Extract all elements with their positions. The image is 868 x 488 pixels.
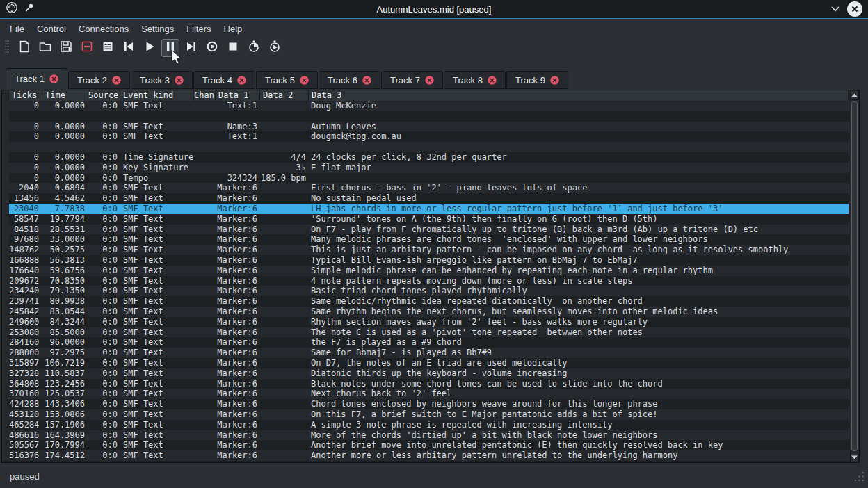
cell-source: 0:0 <box>88 296 120 307</box>
open-file-button[interactable] <box>36 39 54 57</box>
cell-source: 0:0 <box>88 379 120 389</box>
table-row[interactable]: 424288143.34060:0SMF TextMarker:6Chord t… <box>2 399 849 409</box>
record-button[interactable] <box>203 39 221 57</box>
cell-data-1: Marker:6 <box>216 266 260 276</box>
menu-connections[interactable]: Connections <box>72 22 135 36</box>
tab-close-icon[interactable] <box>300 76 309 85</box>
chevron-down-icon[interactable] <box>830 3 840 15</box>
tab-track-5[interactable]: Track 5 <box>256 71 318 89</box>
menu-help[interactable]: Help <box>218 22 249 36</box>
table-row[interactable]: 23974180.99380:0SMF TextMarker:6Same mel… <box>2 296 849 307</box>
column-header-data-1[interactable]: Data 1 <box>216 90 260 101</box>
tab-close-icon[interactable] <box>175 76 184 85</box>
skip-forward-button[interactable] <box>182 39 200 57</box>
cell-data-2 <box>260 234 309 245</box>
tab-close-icon[interactable] <box>425 76 434 85</box>
vertical-scrollbar[interactable] <box>849 90 859 462</box>
tab-close-icon[interactable] <box>49 74 58 83</box>
tab-track-8[interactable]: Track 8 <box>444 71 506 89</box>
table-row[interactable]: 00.00000:0Tempo324324185.0 bpm <box>2 173 849 184</box>
new-file-button[interactable] <box>15 39 33 57</box>
table-row[interactable]: 25308085.50000:0SMF TextMarker:6The note… <box>2 327 849 338</box>
menu-file[interactable]: File <box>3 22 31 36</box>
table-row[interactable]: 516376174.45120:0SMF TextMarker:6Another… <box>2 450 849 461</box>
tab-track-1[interactable]: Track 1 <box>6 68 67 89</box>
table-row[interactable]: 327328110.58370:0SMF TextMarker:6Diatoni… <box>2 368 849 379</box>
table-row[interactable]: 230407.78380:0SMF TextMarker:6LH jabs ch… <box>2 204 849 214</box>
scroll-down-button[interactable] <box>850 453 859 462</box>
skip-backward-button[interactable] <box>120 39 138 57</box>
window-close-button[interactable] <box>847 1 862 17</box>
column-header-data-3[interactable]: Data 3 <box>309 90 849 101</box>
table-row[interactable]: 00.00000:0SMF TextName:3Autumn Leaves <box>2 122 849 132</box>
table-row[interactable]: 00.00000:0SMF TextText:1dougmck@tpg.com.… <box>2 131 849 142</box>
tab-close-icon[interactable] <box>488 76 497 85</box>
table-row[interactable]: 14876250.25750:0SMF TextMarker:6This is … <box>2 245 849 255</box>
cell-source: 0:0 <box>88 173 120 184</box>
table-row[interactable]: 20400.68940:0SMF TextMarker:6First choru… <box>2 183 849 193</box>
table-row[interactable]: 16688856.38130:0SMF TextMarker:6Typical … <box>2 255 849 266</box>
scroll-up-button[interactable] <box>850 90 859 100</box>
tab-track-9[interactable]: Track 9 <box>506 71 568 89</box>
pin-icon[interactable] <box>24 3 34 15</box>
cell-data-2 <box>260 101 309 111</box>
column-header-event-kind[interactable]: Event kind <box>120 90 194 101</box>
scrollbar-thumb[interactable] <box>851 101 858 451</box>
play-button[interactable] <box>140 39 159 57</box>
column-header-ticks[interactable]: Ticks <box>9 90 42 101</box>
table-row[interactable]: 24584283.05440:0SMF TextMarker:6Same rhy… <box>2 307 849 317</box>
table-row[interactable]: 28800097.29750:0SMF TextMarker:6Same for… <box>2 348 849 358</box>
stop-button[interactable] <box>224 39 242 57</box>
tab-track-4[interactable]: Track 4 <box>193 71 255 89</box>
table-row[interactable]: 20967270.83500:0SMF TextMarker:64 note p… <box>2 276 849 286</box>
tab-track-7[interactable]: Track 7 <box>381 71 443 89</box>
table-row[interactable]: 8451828.55310:0SMF TextMarker:6On F7 - p… <box>2 225 849 235</box>
tab-close-icon[interactable] <box>362 76 371 85</box>
column-header-time[interactable]: Time <box>42 90 88 101</box>
table-row[interactable]: 453120153.08060:0SMF TextMarker:6On this… <box>2 409 849 420</box>
table-row[interactable]: 486616164.39690:0SMF TextMarker:6More of… <box>2 430 849 441</box>
table-row[interactable]: 23424079.13500:0SMF TextMarker:6Basic tr… <box>2 286 849 296</box>
menu-control[interactable]: Control <box>31 22 72 36</box>
table-row[interactable]: 505567170.79940:0SMF TextMarker:6Another… <box>2 440 849 450</box>
toolbar-drag-handle-icon[interactable] <box>4 39 10 57</box>
table-row[interactable]: 465284157.19060:0SMF TextMarker:6A simpl… <box>2 420 849 430</box>
tab-close-icon[interactable] <box>112 76 121 85</box>
table-row[interactable]: 364808123.24560:0SMF TextMarker:6Black n… <box>2 379 849 389</box>
menu-settings[interactable]: Settings <box>135 22 180 36</box>
tab-track-3[interactable]: Track 3 <box>131 71 193 89</box>
cell-data-2 <box>260 193 309 204</box>
table-row[interactable]: 134564.54620:0SMF TextMarker:6No sustain… <box>2 193 849 204</box>
table-row[interactable]: 9768033.00000:0SMF TextMarker:6Many melo… <box>2 234 849 245</box>
table-row[interactable]: 315897106.72190:0SMF TextMarker:6On D7, … <box>2 358 849 368</box>
timer-play-button[interactable] <box>266 39 284 57</box>
table-row[interactable]: 17664059.67560:0SMF TextMarker:6Simple m… <box>2 266 849 276</box>
cell-source: 0:0 <box>88 183 120 193</box>
event-list-button[interactable] <box>99 39 117 57</box>
table-row[interactable] <box>2 142 849 152</box>
table-row[interactable]: 00.00000:0Key Signature3♭E flat major <box>2 163 849 173</box>
column-header-data-2[interactable]: Data 2 <box>260 90 309 101</box>
table-row[interactable]: 370160125.05370:0SMF TextMarker:6Next ch… <box>2 389 849 399</box>
table-row[interactable] <box>2 111 849 122</box>
pause-button[interactable] <box>161 39 179 57</box>
cell-source: 0:0 <box>88 276 120 286</box>
column-header-chan[interactable]: Chan <box>194 90 216 101</box>
column-header-source[interactable]: Source <box>88 90 120 101</box>
close-file-button[interactable] <box>78 39 96 57</box>
timer-button[interactable] <box>245 39 263 57</box>
save-file-button[interactable] <box>57 39 75 57</box>
menu-filters[interactable]: Filters <box>180 22 217 36</box>
tab-track-2[interactable]: Track 2 <box>68 71 130 89</box>
table-row[interactable]: 24960084.32440:0SMF TextMarker:6Rhythm s… <box>2 317 849 327</box>
resize-grip-icon[interactable] <box>854 471 865 485</box>
titlebar[interactable]: AutumnLeaves.mid [paused] <box>0 0 868 19</box>
cell-ticks: 245842 <box>9 307 42 317</box>
table-row[interactable]: 00.00000:0SMF TextText:1Doug McKenzie <box>2 101 849 111</box>
table-row[interactable]: 00.00000:0Time Signature4/424 clocks per… <box>2 152 849 163</box>
tab-close-icon[interactable] <box>237 76 246 85</box>
table-row[interactable]: 5854719.77940:0SMF TextMarker:6'Surround… <box>2 214 849 225</box>
tab-close-icon[interactable] <box>550 76 559 85</box>
table-row[interactable]: 28416096.00000:0SMF TextMarker:6the F7 i… <box>2 337 849 348</box>
tab-track-6[interactable]: Track 6 <box>319 71 380 89</box>
